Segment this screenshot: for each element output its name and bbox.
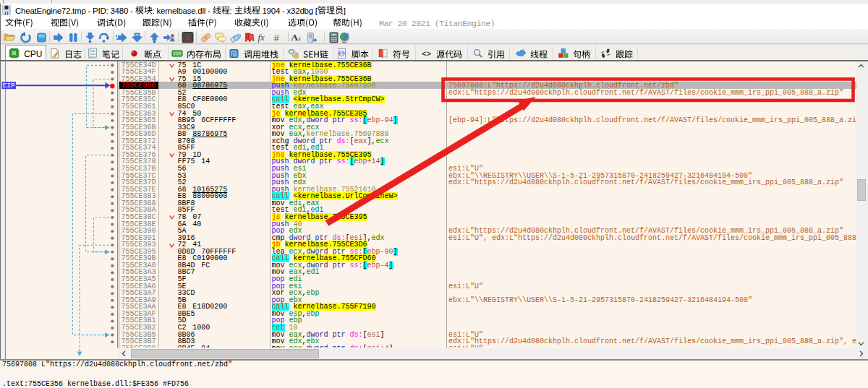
svg-text:EIP: EIP bbox=[3, 82, 15, 90]
